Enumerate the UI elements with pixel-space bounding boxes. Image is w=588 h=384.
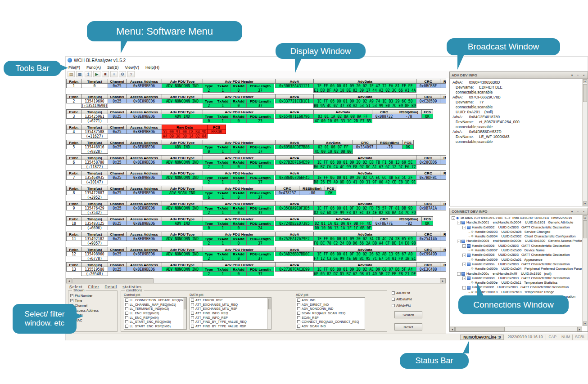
packet-hscrollbar[interactable]: ◄ ►	[66, 278, 446, 284]
expand-icon[interactable]: -	[452, 216, 455, 220]
checkbox-icon[interactable]	[297, 320, 300, 323]
settings-icon[interactable]: ⚙	[119, 71, 126, 77]
checkbox-icon[interactable]	[125, 329, 128, 330]
tree-node[interactable]: →ΦHandle:0x000e UUID:0x2b11 Temperature …	[451, 281, 582, 285]
tree-node[interactable]: -Handle:0x0001 endHandle:0x0004 UUID:0x1…	[451, 220, 582, 225]
scroll-right-icon[interactable]: ►	[440, 278, 446, 283]
filter-tab-filter[interactable]: Filter	[88, 285, 100, 290]
packet-row[interactable]: P.nbr.11Time(us)135492182(+9057)Channel0…	[66, 232, 446, 246]
checkbox-icon[interactable]	[191, 329, 194, 330]
scroll-thumb[interactable]	[72, 278, 154, 283]
checkbox-icon[interactable]	[191, 312, 194, 315]
checkbox-icon[interactable]	[125, 316, 128, 319]
shown-item[interactable]: Pkt Number	[70, 293, 116, 298]
control-pkt-list[interactable]: LL_CONNECTION_UPDATE_REQ(0x00)LL_CHANNEL…	[124, 297, 187, 330]
expand-icon[interactable]: -	[462, 244, 466, 248]
pkt-type-item[interactable]: SCAN_RSP	[297, 315, 364, 320]
export-icon[interactable]: ↥	[85, 71, 92, 77]
scroll-up-icon[interactable]: ▲	[583, 79, 587, 83]
adv-vscrollbar[interactable]: ▲ ▼	[582, 79, 588, 206]
save-icon[interactable]: ▦	[76, 71, 83, 77]
checkbox-icon[interactable]	[125, 325, 128, 328]
search-button[interactable]: Search	[394, 311, 422, 318]
pkt-type-item[interactable]: CONNECT_REQ|AUX_CONNECT_REQ	[297, 320, 364, 324]
checkbox-icon[interactable]	[191, 325, 194, 328]
stop-capture-icon[interactable]: ■	[102, 71, 109, 77]
pkt-type-item[interactable]: ATT_FIND_BY_TYPE_VALUE_RSP	[191, 324, 270, 329]
checkbox-icon[interactable]	[191, 299, 194, 302]
tree-node[interactable]: -Handle:0x0006 UUID:0x2803 GATT Characte…	[451, 244, 582, 248]
expand-icon[interactable]: -	[462, 226, 466, 229]
packet-row[interactable]: P.nbr.13Time(us)135519508(+20548)Channel…	[66, 262, 446, 277]
filter-tab-detail[interactable]: Detail	[105, 285, 118, 290]
pkt-type-item[interactable]: LL_TERMINATE_IND(0x02)	[125, 307, 185, 311]
packet-row[interactable]: P.nbr.4Time(us)135437588(+11627)Channel0…	[66, 125, 446, 139]
pkt-type-item[interactable]: LL_UNKNOWN_RSP(0x07)	[125, 328, 185, 330]
open-icon[interactable]: ▤	[68, 71, 75, 77]
pkt-type-item[interactable]: ATT_FIND_INFO_RSP	[191, 315, 270, 320]
checkbox-icon[interactable]	[297, 329, 300, 330]
dropdown-icon[interactable]: ▾	[570, 73, 574, 77]
pin-icon[interactable]: ▫	[576, 210, 580, 214]
expand-icon[interactable]: -	[462, 263, 466, 266]
tree-node[interactable]: -Handle:0x0005 endHandle:0x000b UUID:0x1…	[451, 239, 582, 243]
pkt-type-item[interactable]: ADV_NONCONN_IND	[297, 307, 364, 311]
expand-icon[interactable]: -	[462, 286, 466, 290]
adv-dev-list[interactable]: AdvA: 0x60F430656B0D DevName: EDIFIER BL…	[450, 79, 582, 206]
pkt-type-item[interactable]: LL_START_ENC_REQ(0x05)	[125, 320, 185, 324]
list-scrollbar[interactable]	[267, 298, 271, 329]
reset-button[interactable]: Reset	[394, 323, 422, 330]
tree-node[interactable]: →ΦHandle:0x0003 UUID:0x2a05 Service Chan…	[451, 230, 582, 234]
checkbox-icon[interactable]	[191, 316, 194, 319]
scroll-right-icon[interactable]: ►	[577, 327, 582, 331]
pkt-type-item[interactable]: ATT_FIND_INFO_REQ	[191, 311, 270, 316]
packet-row[interactable]: P.nbr.1Time(us)0Channel0x25Access Addres…	[66, 79, 446, 94]
pin-icon[interactable]: ▫	[576, 73, 580, 77]
scroll-thumb[interactable]	[583, 84, 587, 102]
close-icon[interactable]: ×	[582, 210, 586, 214]
packet-row[interactable]: P.nbr.3Time(us)135425961(+6271)Channel0x…	[66, 109, 446, 124]
scroll-down-icon[interactable]: ▼	[583, 201, 587, 205]
device-list-icon[interactable]: ⌗	[110, 71, 118, 77]
pkt-type-item[interactable]: ATT_FIND_BY_TYPE_VALUE_REQ	[191, 320, 270, 324]
tree-node[interactable]: -Handle:0x000d UUID:0x2803 GATT Characte…	[451, 276, 582, 281]
start-capture-icon[interactable]: ▶	[93, 71, 100, 77]
scroll-left-icon[interactable]: ◄	[66, 278, 72, 283]
all-check-item[interactable]: AllCtrlPkt	[392, 290, 412, 296]
pkt-type-item[interactable]: ADV_IND	[297, 298, 364, 303]
packet-row[interactable]: P.nbr.5Time(us)135446916(+9328)Channel0x…	[66, 140, 446, 155]
tree-node[interactable]: -Handle:0x0008 UUID:0x2803 GATT Characte…	[451, 253, 582, 257]
tree-node[interactable]: →ΦHandle:0x0007 UUID:0x2a00 Device Name	[451, 248, 582, 253]
menu-item-view[interactable]: View(V)	[125, 65, 139, 70]
checkbox-icon[interactable]	[191, 320, 194, 323]
checkbox-icon[interactable]	[392, 298, 395, 301]
pkt-type-item[interactable]: ATT_EXCHANGE_MTU_RSP	[191, 307, 270, 311]
packet-display[interactable]: P.nbr.1Time(us)0Channel0x25Access Addres…	[66, 78, 446, 278]
packet-row[interactable]: P.nbr.9Time(us)135476429(+3542)Channel0x…	[66, 201, 446, 216]
expand-icon[interactable]: -	[462, 254, 466, 257]
packet-row[interactable]: P.nbr.8Time(us)135472887(+3952)Channel0x…	[66, 186, 446, 201]
scroll-up-icon[interactable]: ▲	[583, 215, 587, 219]
all-check-item[interactable]: AllAdvPkt	[392, 302, 412, 308]
shown-item[interactable]: Access Address	[70, 308, 116, 313]
menu-item-file[interactable]: File(F)	[68, 65, 80, 70]
tree-node[interactable]: →ΦHandle:0x0010 UUID:0x2b10 Temperature …	[451, 290, 582, 295]
menu-item-func[interactable]: Func(A)	[86, 65, 101, 70]
help-icon[interactable]: ?	[127, 71, 135, 77]
pkt-type-item[interactable]: SCAN_REQ|AUX_SCAN_REQ	[297, 311, 364, 316]
all-check-item[interactable]: AllDataPkt	[392, 296, 412, 302]
scroll-thumb[interactable]	[583, 220, 587, 238]
tree-node[interactable]: -Handle:0x000c endHandle:0xffff UUID:0x1…	[451, 272, 582, 276]
close-icon[interactable]: ×	[582, 73, 586, 77]
pkt-type-item[interactable]: ATT_ERROR_RSP	[191, 298, 270, 303]
tree-node[interactable]: -Handle:0x000f UUID:0x2803 GATT Characte…	[451, 285, 582, 290]
checkbox-icon[interactable]	[191, 303, 194, 306]
checkbox-checked-icon[interactable]	[70, 299, 73, 302]
tree-node[interactable]: →ΦHandle:0x0004 UUID:0x2902 Client Chara…	[451, 234, 582, 239]
checkbox-icon[interactable]	[392, 304, 395, 307]
checkbox-icon[interactable]	[125, 312, 128, 315]
expand-icon[interactable]: -	[462, 277, 466, 280]
pkt-type-item[interactable]: ADV_SCAN_IND	[297, 324, 364, 329]
expand-icon[interactable]: -	[457, 221, 461, 224]
packet-row[interactable]: P.nbr.6Time(us)135458788(+11872)Channel0…	[66, 155, 446, 170]
